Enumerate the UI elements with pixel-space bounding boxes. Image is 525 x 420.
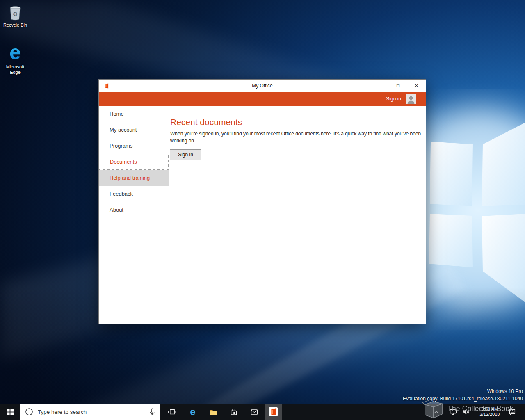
speaker-icon <box>461 407 470 416</box>
page-description: When you're signed in, you'll find your … <box>170 130 424 144</box>
network-tray-button[interactable] <box>448 404 459 420</box>
svg-text:e: e <box>190 406 195 417</box>
sign-in-button[interactable]: Sign in <box>170 149 201 160</box>
sidebar-item-about[interactable]: About <box>99 202 169 218</box>
taskbar-search[interactable] <box>20 404 160 420</box>
window-titlebar[interactable]: My Office – □ ✕ <box>99 80 426 92</box>
start-button[interactable] <box>0 404 20 420</box>
file-explorer-button[interactable] <box>204 404 222 420</box>
sidebar-item-help-and-training[interactable]: Help and training <box>99 170 169 186</box>
edge-icon: e <box>5 43 25 63</box>
minimize-button[interactable]: – <box>370 80 389 92</box>
chevron-up-icon <box>433 408 440 415</box>
search-input[interactable] <box>38 409 148 415</box>
network-icon <box>449 407 458 416</box>
store-icon <box>229 407 239 417</box>
desktop-icon-label: Microsoft Edge <box>2 64 28 75</box>
desktop-icon-recycle-bin[interactable]: ♻ Recycle Bin <box>2 3 28 28</box>
volume-tray-button[interactable] <box>460 404 471 420</box>
file-explorer-icon <box>208 407 218 417</box>
winver-build: Evaluation copy. Build 17101.rs4_release… <box>403 395 523 402</box>
sidebar-item-feedback[interactable]: Feedback <box>99 186 169 202</box>
svg-text:e: e <box>9 43 21 63</box>
clock-date: 2/12/2018 <box>480 412 500 417</box>
svg-text:♻: ♻ <box>13 11 18 17</box>
my-office-window: My Office – □ ✕ Sign in Home My account … <box>98 79 426 324</box>
action-center-icon <box>508 407 517 416</box>
desktop: ♻ Recycle Bin e Microsoft Edge Windows 1… <box>0 0 525 420</box>
microphone-icon[interactable] <box>148 407 156 416</box>
taskbar-edge-button[interactable]: e <box>184 404 202 420</box>
page-title: Recent documents <box>170 117 242 127</box>
sidebar-item-programs[interactable]: Programs <box>99 138 169 154</box>
taskbar-clock[interactable]: 9:51 AM 2/12/2018 <box>474 404 505 420</box>
edge-taskbar-icon: e <box>187 406 198 417</box>
store-button[interactable] <box>225 404 243 420</box>
windows-logo-icon <box>7 409 14 415</box>
task-view-icon <box>167 407 177 417</box>
winver-edition: Windows 10 Pro <box>403 388 523 395</box>
sidebar-item-home[interactable]: Home <box>99 106 169 122</box>
mail-icon <box>249 407 259 417</box>
desktop-icon-label: Recycle Bin <box>2 23 28 28</box>
maximize-button[interactable]: □ <box>389 80 407 92</box>
user-avatar-icon[interactable] <box>406 94 416 104</box>
sidebar-item-documents[interactable]: Documents <box>99 154 169 170</box>
clock-time: 9:51 AM <box>482 406 498 412</box>
taskbar-office-button-active[interactable] <box>265 404 282 420</box>
taskbar: e <box>0 404 525 420</box>
winver-watermark: Windows 10 Pro Evaluation copy. Build 17… <box>403 388 523 402</box>
desktop-icon-microsoft-edge[interactable]: e Microsoft Edge <box>2 43 28 75</box>
action-center-button[interactable] <box>506 404 518 420</box>
sidebar-item-my-account[interactable]: My account <box>99 122 169 138</box>
task-view-button[interactable] <box>163 404 181 420</box>
mail-button[interactable] <box>245 404 263 420</box>
signin-banner: Sign in <box>99 92 426 106</box>
show-hidden-icons-button[interactable] <box>431 404 441 420</box>
recycle-bin-icon: ♻ <box>7 3 23 21</box>
banner-signin-link[interactable]: Sign in <box>386 92 401 106</box>
close-button[interactable]: ✕ <box>407 80 426 92</box>
cortana-circle-icon <box>25 407 34 416</box>
office-taskbar-icon <box>268 406 278 417</box>
